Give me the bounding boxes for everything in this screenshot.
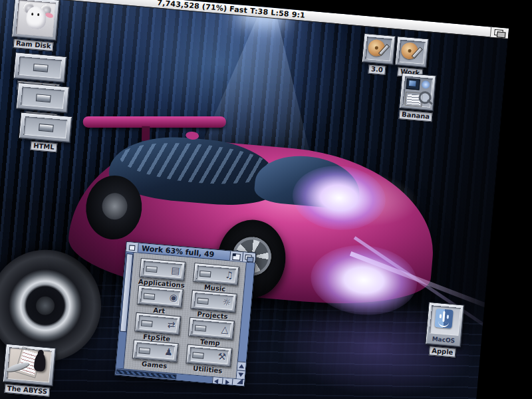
arrow-down-icon bbox=[238, 372, 243, 377]
drawer-handle-icon bbox=[141, 320, 153, 327]
drawer-applications[interactable]: ▤ Applications bbox=[136, 258, 188, 289]
drawer-handle-icon bbox=[39, 124, 54, 132]
ftpsite-emblem-icon: ⇄ bbox=[167, 318, 176, 332]
drawer-icon: ⇄ bbox=[134, 313, 181, 336]
resize-gadget[interactable] bbox=[232, 379, 245, 386]
macos-face-icon bbox=[434, 309, 453, 329]
temp-emblem-icon: △ bbox=[221, 323, 229, 336]
drawer-icon bbox=[16, 82, 70, 114]
desktop-icon-the-abyss[interactable]: The ABYSS bbox=[1, 344, 56, 397]
car-spoiler bbox=[83, 116, 226, 128]
drawer-icon: ◉ bbox=[137, 285, 184, 309]
macos-plate-text: MacOS bbox=[426, 335, 462, 344]
drawer-icon: ▤ bbox=[140, 258, 186, 281]
drawer-icon bbox=[19, 112, 72, 143]
drawer-handle-icon bbox=[192, 352, 204, 358]
projects-emblem-icon: ☼ bbox=[222, 295, 231, 309]
art-emblem-icon: ◉ bbox=[169, 291, 178, 305]
scroll-right-gadget[interactable] bbox=[222, 378, 233, 384]
zoom-gadget[interactable] bbox=[229, 251, 243, 262]
abyss-icon bbox=[3, 344, 57, 386]
drawer-handle-icon bbox=[197, 298, 209, 305]
drawer-icon bbox=[13, 52, 67, 83]
screen-depth-gadget[interactable] bbox=[490, 27, 509, 38]
scanner-icon bbox=[399, 72, 437, 111]
car-rear-rim bbox=[101, 192, 128, 221]
drawer-utilities[interactable]: ⚒ Utilities bbox=[183, 344, 235, 375]
drawer-ftpsite[interactable]: ⇄ FtpSite bbox=[132, 312, 184, 343]
arrow-up-icon bbox=[239, 364, 244, 368]
utilities-emblem-icon: ⚒ bbox=[217, 350, 227, 364]
sports-car bbox=[65, 111, 442, 313]
drawer-icon: △ bbox=[188, 317, 235, 340]
drawer-music[interactable]: ♫ Music bbox=[190, 263, 241, 294]
drawer-handle-icon bbox=[36, 94, 51, 102]
scroll-up-gadget[interactable] bbox=[237, 361, 246, 370]
drawer-icon: ☼ bbox=[190, 290, 237, 313]
desktop-icon-ram-disk[interactable]: Ram Disk bbox=[11, 0, 61, 52]
arrow-left-icon bbox=[214, 378, 219, 384]
arrow-right-icon bbox=[225, 380, 230, 385]
desktop-icon-disk-30[interactable]: 3.0 bbox=[360, 33, 396, 76]
drawer-projects[interactable]: ☼ Projects bbox=[188, 290, 239, 321]
close-gadget[interactable] bbox=[126, 242, 139, 253]
ram-disk-icon bbox=[11, 0, 60, 41]
drawer-art[interactable]: ◉ Art bbox=[134, 285, 186, 316]
car-spoiler-strut bbox=[142, 126, 150, 141]
drawer-handle-icon bbox=[139, 347, 151, 354]
desktop-icon-html[interactable]: HTML bbox=[17, 112, 72, 154]
drawer-games[interactable]: ♟ Games bbox=[130, 339, 182, 370]
harddisk-icon bbox=[395, 36, 430, 68]
depth-gadget[interactable] bbox=[242, 252, 255, 263]
macos-eye-icon bbox=[440, 314, 442, 318]
drawer-handle-icon bbox=[194, 325, 206, 331]
desktop-icon-banana[interactable]: Banana bbox=[398, 72, 437, 122]
drawer-temp[interactable]: △ Temp bbox=[185, 317, 237, 348]
scroll-left-gadget[interactable] bbox=[212, 377, 223, 384]
window-body: ▤ Applications ♫ Music bbox=[116, 252, 255, 379]
magnifier-icon bbox=[418, 90, 432, 104]
drawer-handle-icon bbox=[200, 271, 211, 277]
drawer-icon: ♫ bbox=[193, 263, 239, 286]
macos-eye-icon bbox=[447, 315, 450, 319]
macos-icon: MacOS bbox=[425, 302, 464, 347]
icon-label: 3.0 bbox=[368, 65, 386, 75]
monitor-icon bbox=[406, 78, 420, 90]
desktop-icon-disk-work[interactable]: Work bbox=[394, 36, 429, 78]
crt-black-surround: 7,743,528 (71%) Fast T:38 L:58 9:1 Ram D… bbox=[0, 0, 532, 399]
drawer-handle-icon bbox=[146, 266, 158, 273]
drawer-label: Games bbox=[142, 360, 168, 370]
ram-icon-face-panel bbox=[15, 0, 55, 37]
work-window: Work 63% full, 49 ▤ Applications bbox=[114, 241, 256, 386]
window-content: ▤ Applications ♫ Music bbox=[124, 253, 246, 378]
games-emblem-icon: ♟ bbox=[164, 345, 174, 359]
drawer-handle-icon bbox=[33, 64, 49, 72]
drawer-icon: ♟ bbox=[132, 339, 179, 362]
applications-emblem-icon: ▤ bbox=[171, 263, 181, 277]
desktop-icon-macos[interactable]: MacOS Apple bbox=[424, 302, 465, 358]
drawer-icon: ⚒ bbox=[186, 344, 232, 367]
drawer-handle-icon bbox=[144, 293, 156, 300]
harddisk-icon bbox=[362, 33, 396, 65]
amiga-screen: 7,743,528 (71%) Fast T:38 L:58 9:1 Ram D… bbox=[0, 0, 509, 399]
music-emblem-icon: ♫ bbox=[224, 268, 233, 282]
